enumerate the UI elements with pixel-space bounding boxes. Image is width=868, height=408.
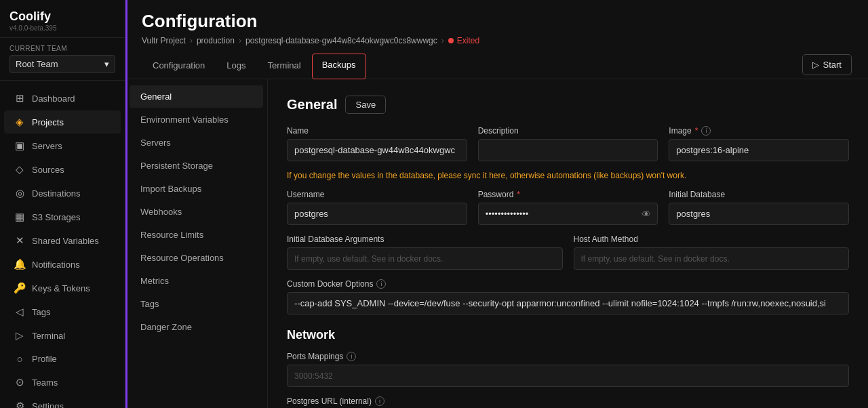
section-header: General Save bbox=[287, 96, 849, 114]
sub-nav-persistent[interactable]: Persistent Storage bbox=[130, 155, 263, 177]
sub-nav-dangerzone[interactable]: Danger Zone bbox=[130, 316, 263, 338]
main-content: Configuration Vultr Project › production… bbox=[125, 0, 868, 408]
brand-version: v4.0.0-beta.395 bbox=[9, 24, 115, 32]
team-section: Current Team Root Team ▾ bbox=[0, 38, 125, 81]
ports-input[interactable] bbox=[287, 365, 849, 387]
sidebar-label-sources: Sources bbox=[32, 165, 64, 175]
initial-db-input[interactable] bbox=[669, 203, 849, 225]
breadcrumb-resource[interactable]: postgresql-database-gw44w8c44okwgwc0cs8w… bbox=[245, 36, 437, 45]
sidebar-item-destinations[interactable]: ◎ Destinations bbox=[4, 182, 121, 205]
sidebar-label-destinations: Destinations bbox=[32, 188, 81, 199]
sub-nav-resourcelimits[interactable]: Resource Limits bbox=[130, 224, 263, 246]
docker-opts-input[interactable] bbox=[287, 292, 849, 314]
sidebar-item-settings[interactable]: ⚙ Settings bbox=[4, 394, 121, 408]
section-title-text: General bbox=[287, 97, 337, 113]
sub-nav-envvars[interactable]: Environment Variables bbox=[130, 108, 263, 131]
name-desc-image-row: Name Description Image * i bbox=[287, 126, 849, 161]
sharedvariables-icon: ✕ bbox=[14, 234, 26, 247]
accent-bar bbox=[125, 0, 127, 408]
sidebar-item-servers[interactable]: ▣ Servers bbox=[4, 134, 121, 157]
s3storages-icon: ▦ bbox=[14, 211, 26, 223]
notifications-icon: 🔔 bbox=[14, 258, 26, 270]
docker-opts-label: Custom Docker Options i bbox=[287, 279, 849, 289]
sidebar-item-projects[interactable]: ◈ Projects bbox=[4, 110, 121, 134]
brand: Coolify v4.0.0-beta.395 bbox=[0, 0, 125, 38]
sidebar-item-sharedvariables[interactable]: ✕ Shared Variables bbox=[4, 229, 121, 252]
sidebar-item-profile[interactable]: ○ Profile bbox=[4, 348, 121, 370]
initial-db-label: Initial Database bbox=[669, 190, 849, 199]
sidebar-item-sources[interactable]: ◇ Sources bbox=[4, 158, 121, 181]
breadcrumb-env[interactable]: production bbox=[197, 36, 235, 45]
destinations-icon: ◎ bbox=[14, 187, 26, 199]
sub-nav-webhooks[interactable]: Webhooks bbox=[130, 201, 263, 223]
team-selector[interactable]: Root Team ▾ bbox=[9, 55, 115, 73]
brand-name: Coolify bbox=[9, 9, 115, 24]
description-label: Description bbox=[478, 126, 658, 136]
sidebar-label-dashboard: Dashboard bbox=[32, 94, 75, 104]
sub-sidebar: GeneralEnvironment VariablesServersPersi… bbox=[125, 79, 268, 408]
description-input[interactable] bbox=[478, 139, 658, 161]
start-label: Start bbox=[823, 60, 842, 70]
docker-opts-info-icon: i bbox=[376, 279, 386, 289]
image-input[interactable] bbox=[669, 139, 849, 161]
sub-nav-general[interactable]: General bbox=[130, 85, 263, 108]
sidebar-item-notifications[interactable]: 🔔 Notifications bbox=[4, 253, 121, 276]
team-name: Root Team bbox=[16, 59, 58, 69]
sidebar-label-tags: Tags bbox=[32, 307, 50, 317]
ports-group: Ports Mappings i bbox=[287, 352, 849, 387]
sidebar-label-sharedvariables: Shared Variables bbox=[32, 236, 99, 246]
sidebar-item-tags[interactable]: ◁ Tags bbox=[4, 300, 121, 323]
sub-nav-tags[interactable]: Tags bbox=[130, 293, 263, 315]
ports-label: Ports Mappings i bbox=[287, 352, 849, 361]
warning-text: If you change the values in the database… bbox=[287, 171, 849, 180]
sidebar-item-terminal[interactable]: ▷ Terminal bbox=[4, 324, 121, 347]
db-args-input[interactable] bbox=[287, 247, 563, 270]
description-group: Description bbox=[478, 126, 658, 161]
tab-logs[interactable]: Logs bbox=[216, 54, 256, 79]
network-title: Network bbox=[287, 328, 849, 342]
sidebar-item-s3storages[interactable]: ▦ S3 Storages bbox=[4, 205, 121, 228]
page-header: Configuration Vultr Project › production… bbox=[125, 0, 868, 79]
dashboard-icon: ⊞ bbox=[14, 92, 26, 104]
eye-icon[interactable]: 👁 bbox=[642, 209, 651, 220]
name-label: Name bbox=[287, 126, 467, 136]
postgres-url-group: Postgres URL (internal) i 👁 bbox=[287, 396, 849, 408]
form-area: General Save Name Description Image * bbox=[268, 79, 868, 408]
sidebar-label-settings: Settings bbox=[32, 401, 64, 409]
username-input[interactable] bbox=[287, 203, 467, 225]
sub-nav-importbackups[interactable]: Import Backups bbox=[130, 178, 263, 200]
sidebar-item-dashboard[interactable]: ⊞ Dashboard bbox=[4, 87, 121, 110]
sub-nav-servers[interactable]: Servers bbox=[130, 131, 263, 154]
status-text: Exited bbox=[457, 36, 479, 45]
name-input[interactable] bbox=[287, 139, 467, 161]
initial-db-group: Initial Database bbox=[669, 190, 849, 225]
tab-terminal[interactable]: Terminal bbox=[257, 54, 312, 79]
save-button[interactable]: Save bbox=[345, 96, 386, 114]
username-label: Username bbox=[287, 190, 467, 199]
sidebar-nav: ⊞ Dashboard◈ Projects▣ Servers◇ Sources◎… bbox=[0, 81, 125, 408]
sidebar-label-terminal: Terminal bbox=[32, 331, 65, 341]
settings-icon: ⚙ bbox=[14, 400, 26, 408]
sub-nav-resourceops[interactable]: Resource Operations bbox=[130, 247, 263, 269]
start-button[interactable]: ▷ Start bbox=[802, 54, 852, 75]
teams-icon: ⊙ bbox=[14, 376, 26, 388]
play-icon: ▷ bbox=[812, 60, 819, 70]
tab-backups[interactable]: Backups bbox=[312, 54, 366, 79]
page-title: Configuration bbox=[142, 11, 852, 32]
sidebar-item-keystokens[interactable]: 🔑 Keys & Tokens bbox=[4, 277, 121, 300]
password-input[interactable] bbox=[478, 203, 658, 225]
host-auth-input[interactable] bbox=[574, 247, 850, 270]
tab-configuration[interactable]: Configuration bbox=[142, 54, 216, 79]
status-badge: Exited bbox=[448, 36, 479, 45]
sidebar-label-notifications: Notifications bbox=[32, 260, 80, 270]
breadcrumb-project[interactable]: Vultr Project bbox=[142, 36, 186, 45]
profile-icon: ○ bbox=[14, 353, 26, 365]
sidebar-label-projects: Projects bbox=[32, 117, 64, 127]
sub-nav-metrics[interactable]: Metrics bbox=[130, 270, 263, 292]
servers-icon: ▣ bbox=[14, 140, 26, 152]
chevron-down-icon: ▾ bbox=[104, 59, 109, 69]
status-dot bbox=[448, 38, 454, 43]
tags-icon: ◁ bbox=[14, 306, 26, 318]
team-label: Current Team bbox=[9, 45, 115, 52]
sidebar-item-teams[interactable]: ⊙ Teams bbox=[4, 371, 121, 394]
